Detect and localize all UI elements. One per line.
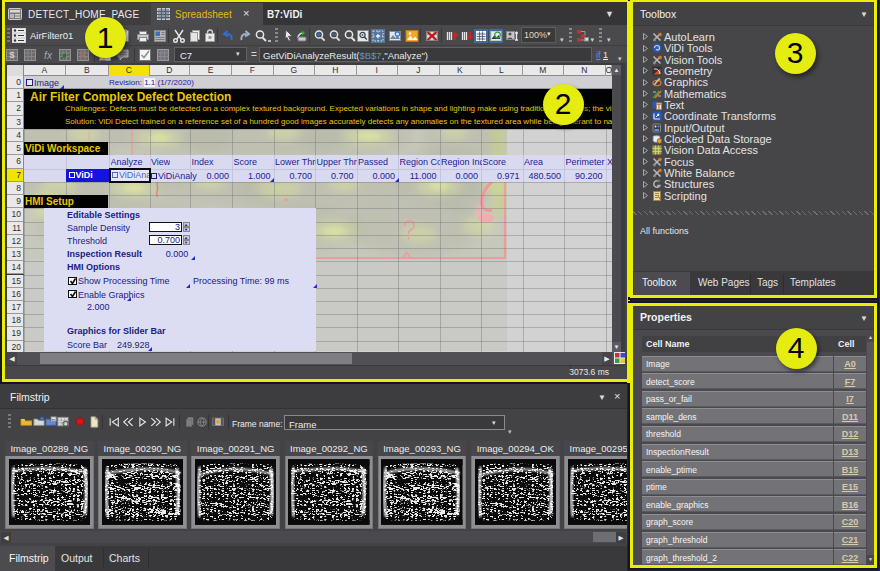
svg-text:$: $ [9, 50, 14, 60]
svg-text:T: T [657, 102, 661, 109]
svg-text:fx: fx [44, 50, 53, 61]
